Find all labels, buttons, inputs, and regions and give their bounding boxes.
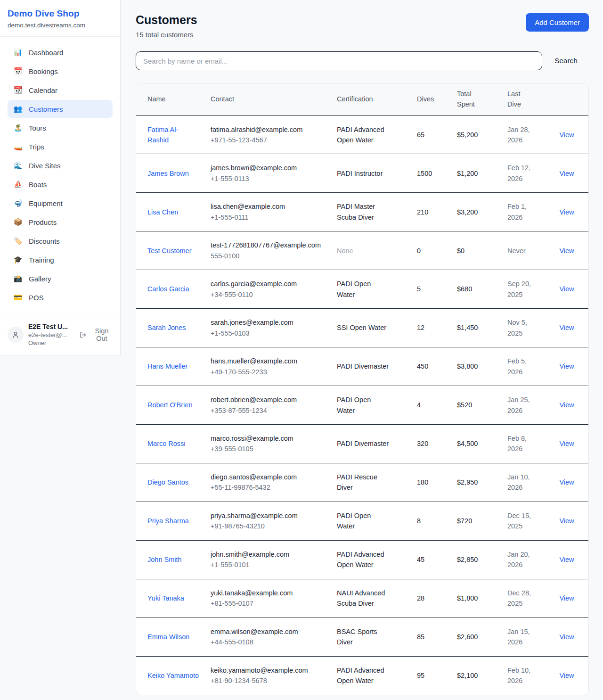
- customer-total-spent: $2,600: [451, 618, 502, 656]
- sidebar-item-dashboard[interactable]: 📊 Dashboard: [8, 43, 113, 61]
- sidebar-item-calendar[interactable]: 📆 Calendar: [8, 81, 113, 99]
- customer-name-link[interactable]: John Smith: [147, 556, 182, 563]
- user-email: e2e-tester@...: [28, 331, 74, 338]
- customer-last-dive: Never: [502, 231, 549, 270]
- customer-email: priya.sharma@example.com: [211, 511, 326, 521]
- sidebar-item-training[interactable]: 🎓 Training: [8, 251, 113, 269]
- table-row: Marco Rossi marco.rossi@example.com +39-…: [136, 425, 588, 463]
- customer-certification: BSAC Sports Diver: [337, 628, 377, 646]
- customer-name-link[interactable]: Fatima Al-Rashid: [147, 126, 178, 144]
- view-customer-link[interactable]: View: [559, 362, 574, 370]
- view-customer-link[interactable]: View: [559, 440, 574, 447]
- customer-certification: SSI Open Water: [337, 324, 386, 331]
- customer-dives: 0: [411, 231, 451, 270]
- customer-dives: 85: [411, 618, 451, 656]
- customer-email: james.brown@example.com: [211, 163, 326, 173]
- customer-name-link[interactable]: Yuki Tanaka: [147, 594, 184, 602]
- products-icon: 📦: [13, 218, 23, 226]
- customer-name-link[interactable]: Lisa Chen: [147, 208, 178, 216]
- search-input[interactable]: [136, 51, 542, 70]
- customer-dives: 450: [411, 347, 451, 386]
- customer-name-link[interactable]: Priya Sharma: [147, 517, 189, 525]
- table-row: Yuki Tanaka yuki.tanaka@example.com +81-…: [136, 579, 588, 618]
- customer-name-link[interactable]: Marco Rossi: [147, 440, 186, 447]
- view-customer-link[interactable]: View: [559, 517, 574, 525]
- sidebar-item-label: Calendar: [29, 86, 57, 94]
- customer-count: 15 total customers: [136, 31, 197, 39]
- sign-out-button[interactable]: Sign Out: [80, 327, 114, 342]
- customer-email: test-1772681807767@example.com: [211, 240, 326, 250]
- customer-dives: 4: [411, 386, 451, 425]
- sidebar-item-discounts[interactable]: 🏷️ Discounts: [8, 232, 113, 250]
- view-customer-link[interactable]: View: [559, 478, 574, 486]
- discounts-icon: 🏷️: [13, 237, 23, 245]
- customer-name-link[interactable]: Test Customer: [147, 247, 191, 255]
- customer-name-link[interactable]: Carlos Garcia: [147, 285, 189, 293]
- boats-icon: ⛵: [13, 180, 23, 189]
- table-row: Priya Sharma priya.sharma@example.com +9…: [136, 502, 588, 540]
- customer-email: john.smith@example.com: [211, 549, 326, 560]
- search-row: Search: [136, 51, 589, 70]
- view-customer-link[interactable]: View: [559, 131, 574, 139]
- sidebar-item-tours[interactable]: 🏝️ Tours: [8, 119, 113, 137]
- sidebar-item-boats[interactable]: ⛵ Boats: [8, 175, 113, 193]
- view-customer-link[interactable]: View: [559, 285, 574, 293]
- customer-last-dive: Jan 28, 2026: [502, 115, 549, 154]
- customer-email: keiko.yamamoto@example.com: [211, 665, 326, 675]
- view-customer-link[interactable]: View: [559, 401, 574, 409]
- customer-certification: None: [337, 247, 353, 255]
- customer-total-spent: $1,450: [451, 309, 502, 347]
- add-customer-button[interactable]: Add Customer: [526, 13, 589, 32]
- sidebar-item-trips[interactable]: 🚤 Trips: [8, 138, 113, 156]
- customer-name-link[interactable]: Sarah Jones: [147, 324, 186, 331]
- table-row: Keiko Yamamoto keiko.yamamoto@example.co…: [136, 656, 588, 694]
- sidebar-item-gallery[interactable]: 📸 Gallery: [8, 270, 113, 288]
- customer-last-dive: Jan 20, 2026: [502, 540, 549, 579]
- customer-name-link[interactable]: Hans Mueller: [147, 362, 187, 370]
- customer-certification: PADI Divemaster: [337, 362, 389, 370]
- sidebar-item-customers[interactable]: 👥 Customers: [8, 100, 113, 118]
- customer-certification: PADI Divemaster: [337, 440, 389, 447]
- customer-total-spent: $3,200: [451, 193, 502, 231]
- sidebar-item-label: Discounts: [29, 237, 60, 245]
- customer-phone: +49-170-555-2233: [211, 367, 326, 377]
- customer-email: sarah.jones@example.com: [211, 317, 326, 328]
- customer-name-link[interactable]: Robert O'Brien: [147, 401, 192, 409]
- training-icon: 🎓: [13, 255, 23, 264]
- sidebar-item-products[interactable]: 📦 Products: [8, 213, 113, 231]
- customer-email: hans.mueller@example.com: [211, 356, 326, 366]
- customer-certification: PADI Open Water: [337, 280, 371, 298]
- customer-name-link[interactable]: Diego Santos: [147, 478, 188, 486]
- table-row: John Smith john.smith@example.com +1-555…: [136, 540, 588, 579]
- customer-total-spent: $3,800: [451, 347, 502, 386]
- sidebar-item-equipment[interactable]: 🤿 Equipment: [8, 194, 113, 212]
- view-customer-link[interactable]: View: [559, 324, 574, 331]
- view-customer-link[interactable]: View: [559, 208, 574, 216]
- customers-icon: 👥: [13, 105, 23, 113]
- dashboard-icon: 📊: [13, 48, 23, 57]
- view-customer-link[interactable]: View: [559, 633, 574, 641]
- sidebar-item-pos[interactable]: 💳 POS: [8, 288, 113, 306]
- view-customer-link[interactable]: View: [559, 672, 574, 679]
- customer-name-link[interactable]: Emma Wilson: [147, 633, 189, 641]
- view-customer-link[interactable]: View: [559, 247, 574, 255]
- view-customer-link[interactable]: View: [559, 170, 574, 177]
- customer-name-link[interactable]: James Brown: [147, 170, 189, 177]
- view-customer-link[interactable]: View: [559, 556, 574, 563]
- table-row: Robert O'Brien robert.obrien@example.com…: [136, 386, 588, 425]
- customer-email: emma.wilson@example.com: [211, 626, 326, 637]
- customer-last-dive: Feb 8, 2026: [502, 425, 549, 463]
- column-header-dives: Dives: [411, 83, 451, 115]
- sidebar-item-bookings[interactable]: 📅 Bookings: [8, 62, 113, 80]
- customer-phone: +1-555-0113: [211, 173, 326, 184]
- customer-total-spent: $2,950: [451, 463, 502, 502]
- sidebar-item-dive-sites[interactable]: 🌊 Dive Sites: [8, 156, 113, 174]
- customer-dives: 12: [411, 309, 451, 347]
- customer-email: marco.rossi@example.com: [211, 433, 326, 444]
- customer-total-spent: $5,200: [451, 115, 502, 154]
- column-header-total-spent: Total Spent: [451, 83, 502, 115]
- search-button[interactable]: Search: [542, 57, 589, 65]
- customer-name-link[interactable]: Keiko Yamamoto: [147, 672, 199, 679]
- user-role: Owner: [28, 339, 74, 346]
- view-customer-link[interactable]: View: [559, 594, 574, 602]
